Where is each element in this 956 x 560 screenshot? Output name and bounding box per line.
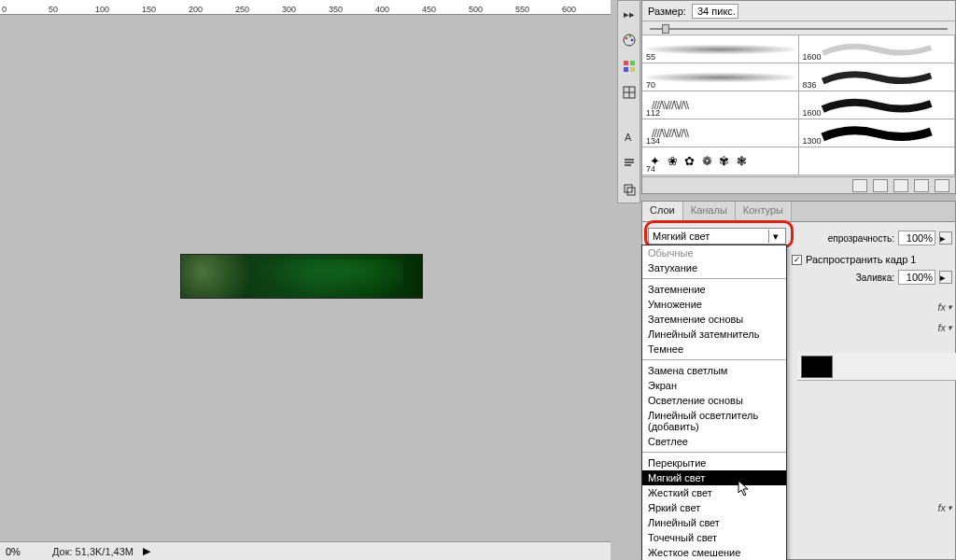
right-controls: епрозрачность: ▸ ✓ Распространить кадр 1… xyxy=(792,228,952,291)
fill-input[interactable] xyxy=(898,270,935,285)
blend-option-selected[interactable]: Мягкий свет xyxy=(642,470,786,485)
brush-preset[interactable]: 74 xyxy=(642,147,799,175)
blend-option[interactable]: Экран xyxy=(642,378,786,393)
tab-channels[interactable]: Каналы xyxy=(683,202,736,221)
blend-option[interactable]: Умножение xyxy=(642,297,786,312)
ruler-tick-label: 200 xyxy=(189,5,203,14)
brush-preset[interactable]: 134 xyxy=(642,119,799,147)
svg-rect-11 xyxy=(627,188,635,195)
svg-point-1 xyxy=(626,37,628,40)
blend-option[interactable]: Жесткий свет xyxy=(642,485,786,500)
dropdown-separator xyxy=(642,452,786,453)
palette-icon[interactable] xyxy=(620,31,639,49)
opacity-input[interactable] xyxy=(898,231,935,245)
canvas-artwork[interactable] xyxy=(180,254,423,299)
side-icon-strip: ▸▸ A xyxy=(617,0,640,203)
layer-thumbnail xyxy=(801,356,833,378)
brush-preset[interactable]: 70 xyxy=(642,63,799,91)
svg-point-3 xyxy=(631,39,634,42)
svg-rect-6 xyxy=(624,67,628,72)
svg-text:A: A xyxy=(625,132,632,143)
char-icon[interactable]: A xyxy=(620,128,639,147)
fx-badge[interactable]: fx▾ xyxy=(937,299,952,315)
zoom-value[interactable]: 0% xyxy=(6,546,43,557)
brush-slider[interactable] xyxy=(642,21,955,35)
brush-preset[interactable]: 1300 xyxy=(799,119,956,147)
cursor-icon xyxy=(738,480,751,498)
brush-preset[interactable] xyxy=(799,147,956,175)
ruler-tick-label: 400 xyxy=(375,5,389,14)
propagate-label: Распространить кадр 1 xyxy=(806,254,916,265)
propagate-checkbox[interactable]: ✓ Распространить кадр 1 xyxy=(792,252,952,267)
blend-option[interactable]: Затемнение xyxy=(642,282,786,297)
ruler-tick-label: 50 xyxy=(49,5,58,14)
layer-row[interactable] xyxy=(797,353,956,381)
blend-option[interactable]: Затухание xyxy=(642,260,786,275)
brush-preset[interactable]: 55 xyxy=(642,35,799,63)
ruler-tick-label: 150 xyxy=(142,5,156,14)
opacity-label: епрозрачность: xyxy=(828,233,894,244)
canvas-area[interactable] xyxy=(0,15,611,541)
size-input[interactable] xyxy=(692,4,738,19)
panel-tabs: Слои Каналы Контуры xyxy=(642,202,955,222)
blend-option[interactable]: Линейный осветлитель (добавить) xyxy=(642,408,786,434)
ruler-tick-label: 550 xyxy=(515,5,529,14)
blend-option[interactable]: Точечный свет xyxy=(642,530,786,545)
blend-option[interactable]: Перекрытие xyxy=(642,455,786,470)
blend-option[interactable]: Жесткое смешение xyxy=(642,545,786,560)
ruler-horizontal: 0 50 100 150 200 250 300 350 400 450 500… xyxy=(0,0,611,15)
blend-option[interactable]: Затемнение основы xyxy=(642,312,786,327)
brush-grid: 55 1600 70 836 112 1600 134 1300 74 xyxy=(642,35,955,175)
status-bar: 0% Док: 51,3K/1,43M ▶ xyxy=(0,541,611,560)
svg-rect-4 xyxy=(624,61,628,65)
footer-btn[interactable] xyxy=(893,179,908,192)
slider-thumb[interactable] xyxy=(662,24,669,34)
tab-layers[interactable]: Слои xyxy=(642,202,683,221)
blend-mode-select[interactable]: Мягкий свет ▾ xyxy=(648,228,786,245)
brush-preset[interactable]: 836 xyxy=(799,63,956,91)
blend-option[interactable]: Замена светлым xyxy=(642,363,786,378)
ruler-tick-label: 500 xyxy=(469,5,483,14)
brush-preset[interactable]: 112 xyxy=(642,91,799,119)
fill-flyout[interactable]: ▸ xyxy=(939,271,952,284)
trash-icon[interactable] xyxy=(935,179,949,192)
blend-mode-dropdown[interactable]: Обычные Затухание Затемнение Умножение З… xyxy=(641,245,787,560)
play-icon[interactable]: ▶ xyxy=(143,545,150,557)
swatch-icon[interactable] xyxy=(620,57,639,76)
ruler-tick-label: 250 xyxy=(235,5,249,14)
blend-option[interactable]: Обычные xyxy=(642,245,786,260)
svg-rect-5 xyxy=(630,61,635,65)
paragraph-icon[interactable] xyxy=(620,154,639,173)
blend-option[interactable]: Осветление основы xyxy=(642,393,786,408)
footer-btn[interactable] xyxy=(852,179,867,192)
chevron-down-icon[interactable]: ▾ xyxy=(768,230,781,243)
ruler-tick-label: 350 xyxy=(329,5,343,14)
footer-btn[interactable] xyxy=(914,179,929,192)
brush-footer xyxy=(642,176,955,193)
ruler-tick-label: 450 xyxy=(422,5,436,14)
ruler-tick-label: 600 xyxy=(562,5,576,14)
ruler-tick-label: 0 xyxy=(2,5,7,14)
blend-option[interactable]: Темнее xyxy=(642,342,786,357)
blend-option[interactable]: Линейный затемнитель xyxy=(642,327,786,342)
fill-label: Заливка: xyxy=(856,273,894,283)
styles-icon[interactable] xyxy=(620,83,639,102)
brush-preset[interactable]: 1600 xyxy=(799,91,956,119)
ruler-tick-label: 100 xyxy=(95,5,109,14)
blend-option[interactable]: Светлее xyxy=(642,434,786,449)
brush-preset[interactable]: 1600 xyxy=(799,35,956,63)
tab-paths[interactable]: Контуры xyxy=(736,202,792,221)
dropdown-separator xyxy=(642,278,786,279)
size-label: Размер: xyxy=(648,6,686,17)
ruler-tick-label: 300 xyxy=(282,5,296,14)
footer-btn[interactable] xyxy=(873,179,888,192)
blend-option[interactable]: Яркий свет xyxy=(642,500,786,515)
clone-icon[interactable] xyxy=(620,180,639,199)
blend-option[interactable]: Линейный свет xyxy=(642,515,786,530)
collapse-icon[interactable]: ▸▸ xyxy=(620,5,639,23)
fx-badge[interactable]: fx▾ xyxy=(937,499,952,516)
fx-badge[interactable]: fx▾ xyxy=(937,319,952,336)
opacity-flyout[interactable]: ▸ xyxy=(939,231,952,245)
svg-rect-10 xyxy=(625,185,632,192)
checkbox-box[interactable]: ✓ xyxy=(792,255,802,265)
